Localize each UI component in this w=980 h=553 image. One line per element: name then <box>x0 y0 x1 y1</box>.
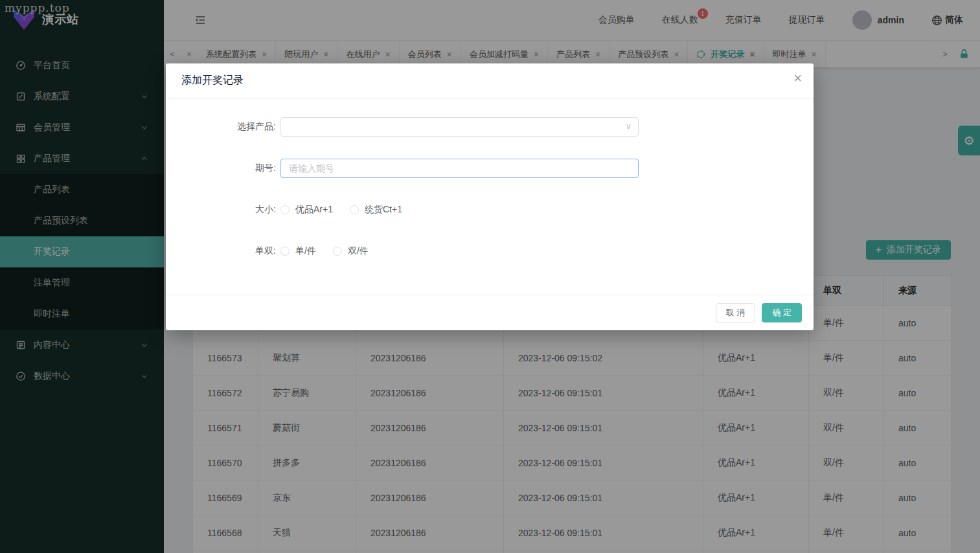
parity-field-row: 单双: 单/件 双/件 <box>166 242 814 261</box>
radio-unchecked-icon <box>280 247 290 256</box>
app-screen: 演示站 平台首页 系统配置 会员管理 产品管理 <box>0 0 980 553</box>
modal-close-icon[interactable]: × <box>793 71 802 85</box>
radio-unchecked-icon <box>350 205 359 214</box>
cancel-button[interactable]: 取 消 <box>716 303 756 322</box>
parity-label: 单双: <box>166 245 280 257</box>
radio-unchecked-icon <box>280 205 290 214</box>
radio-unchecked-icon <box>333 247 342 256</box>
size-label: 大小: <box>166 204 280 216</box>
size-option-premium[interactable]: 优品Ar+1 <box>280 204 333 216</box>
modal-body: 选择产品: ∨ 期号: 大小: 优品Ar+1 统货Ct+1 <box>166 98 814 261</box>
issue-field-row: 期号: <box>166 159 814 178</box>
radio-label: 双/件 <box>348 245 369 257</box>
radio-label: 统货Ct+1 <box>365 204 402 216</box>
modal-footer: 取 消 确 定 <box>166 295 814 330</box>
modal-title: 添加开奖记录 <box>166 63 814 98</box>
radio-label: 优品Ar+1 <box>295 204 333 216</box>
product-field-row: 选择产品: ∨ <box>166 117 814 137</box>
chevron-down-icon: ∨ <box>625 121 632 131</box>
size-field-row: 大小: 优品Ar+1 统货Ct+1 <box>166 200 814 220</box>
confirm-button[interactable]: 确 定 <box>762 303 802 322</box>
radio-label: 单/件 <box>295 245 316 257</box>
product-select[interactable]: ∨ <box>280 117 639 137</box>
size-option-standard[interactable]: 统货Ct+1 <box>350 204 402 216</box>
issue-label: 期号: <box>166 163 280 174</box>
parity-option-even[interactable]: 双/件 <box>333 245 369 257</box>
add-record-modal: 添加开奖记录 × 选择产品: ∨ 期号: 大小: 优品Ar+1 <box>166 63 814 330</box>
product-label: 选择产品: <box>166 121 280 133</box>
parity-option-odd[interactable]: 单/件 <box>280 245 316 257</box>
issue-input[interactable] <box>280 159 639 178</box>
